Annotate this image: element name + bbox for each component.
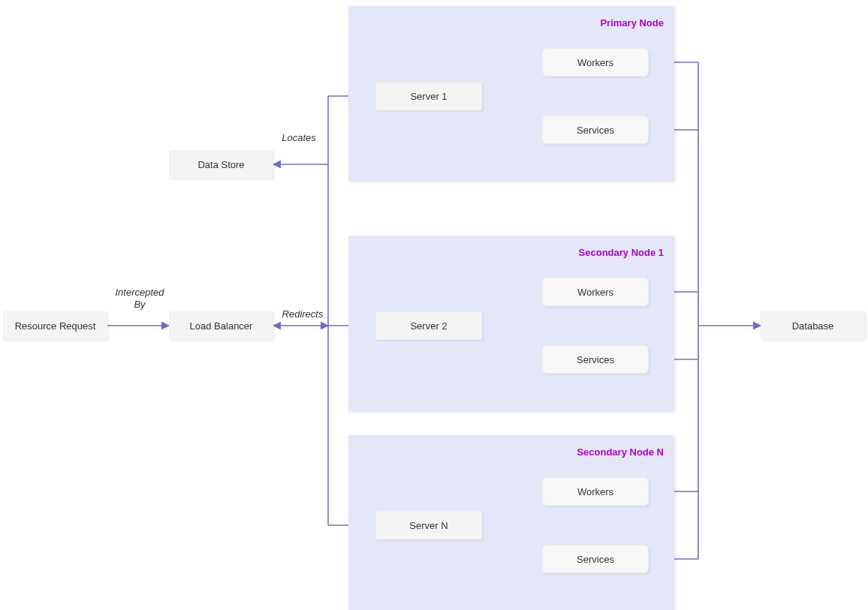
node-services-sec1: Services: [542, 345, 649, 374]
node-label: Server N: [409, 520, 448, 531]
node-database: Database: [761, 311, 865, 340]
edge-label-intercepted-by: Intercepted By: [110, 287, 170, 311]
node-label: Database: [792, 320, 834, 332]
node-load-balancer: Load Balancer: [169, 311, 273, 340]
node-services-secN: Services: [542, 545, 649, 573]
node-workers-primary: Workers: [542, 48, 649, 77]
group-title-secondaryN: Secondary Node N: [559, 446, 664, 458]
node-label: Services: [577, 354, 614, 365]
node-server-2: Server 2: [375, 311, 482, 340]
edge-label-locates: Locates: [276, 132, 321, 144]
node-label: Data Store: [197, 159, 244, 170]
node-workers-secN: Workers: [542, 477, 649, 506]
node-label: Load Balancer: [190, 320, 253, 332]
node-label: Workers: [577, 486, 613, 497]
node-label: Server 1: [410, 91, 447, 102]
edge-label-redirects: Redirects: [276, 308, 329, 320]
group-title-secondary1: Secondary Node 1: [559, 247, 664, 258]
diagram-canvas: Primary Node Secondary Node 1 Secondary …: [0, 0, 868, 610]
node-server-1: Server 1: [375, 82, 482, 110]
node-services-primary: Services: [542, 116, 649, 144]
node-resource-request: Resource Request: [3, 311, 107, 340]
node-server-n: Server N: [375, 511, 482, 539]
node-label: Services: [577, 554, 614, 565]
node-label: Workers: [577, 287, 613, 298]
node-label: Workers: [577, 57, 613, 68]
node-workers-sec1: Workers: [542, 278, 649, 306]
node-label: Server 2: [410, 320, 447, 332]
node-label: Resource Request: [15, 320, 96, 332]
group-title-primary: Primary Node: [574, 17, 664, 29]
node-data-store: Data Store: [169, 150, 273, 179]
node-label: Services: [577, 125, 614, 136]
